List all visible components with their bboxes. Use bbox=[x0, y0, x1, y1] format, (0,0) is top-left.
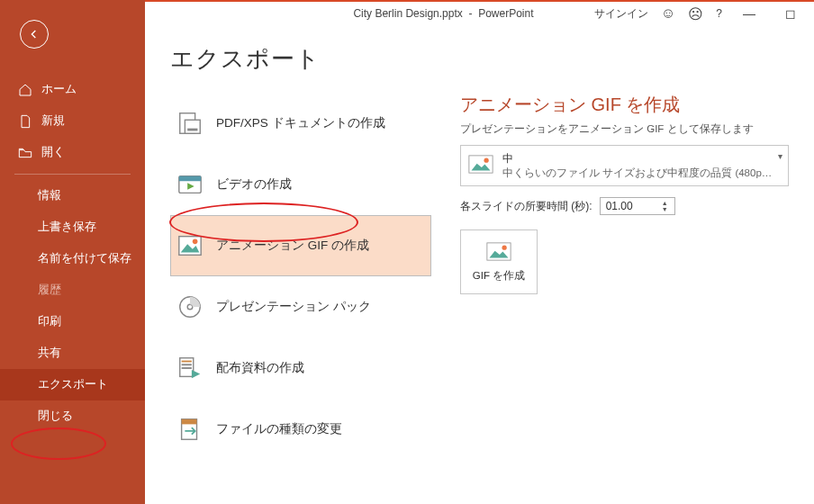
image-icon bbox=[176, 232, 204, 259]
sidebar-item-export[interactable]: エクスポート bbox=[0, 369, 145, 400]
svg-rect-1 bbox=[185, 120, 200, 133]
back-button[interactable] bbox=[20, 20, 49, 49]
sidebar-item-save[interactable]: 上書き保存 bbox=[0, 212, 145, 243]
filename: City Berlin Design.pptx bbox=[353, 7, 462, 20]
pdf-icon bbox=[176, 110, 204, 137]
option-pdf-xps[interactable]: PDF/XPS ドキュメントの作成 bbox=[170, 93, 431, 154]
sidebar-label: 共有 bbox=[38, 346, 61, 361]
folder-open-icon bbox=[18, 146, 32, 160]
sidebar-label: 履歴 bbox=[38, 283, 61, 298]
change-filetype-icon bbox=[176, 416, 204, 443]
sidebar-label: エクスポート bbox=[38, 377, 108, 392]
sidebar-label: 閉じる bbox=[38, 409, 73, 424]
maximize-button[interactable]: ◻ bbox=[776, 6, 805, 21]
option-label: ファイルの種類の変更 bbox=[216, 421, 342, 437]
svg-rect-4 bbox=[179, 176, 201, 182]
help-button[interactable]: ? bbox=[716, 7, 722, 20]
handout-icon bbox=[176, 355, 204, 382]
svg-marker-5 bbox=[187, 183, 194, 190]
sidebar-item-share[interactable]: 共有 bbox=[0, 338, 145, 369]
option-gif[interactable]: アニメーション GIF の作成 bbox=[170, 215, 431, 276]
duration-value: 01.00 bbox=[606, 200, 633, 212]
minimize-button[interactable]: — bbox=[735, 6, 764, 21]
sidebar-item-close[interactable]: 閉じる bbox=[0, 400, 145, 432]
spinner-arrows-icon[interactable]: ▲▼ bbox=[662, 198, 673, 214]
document-icon bbox=[18, 114, 32, 129]
main-panel: エクスポート PDF/XPS ドキュメントの作成 ビデオの作成 アニメーション … bbox=[145, 25, 814, 504]
smile-icon[interactable]: ☺ bbox=[661, 5, 675, 22]
option-label: PDF/XPS ドキュメントの作成 bbox=[216, 115, 385, 131]
home-icon bbox=[18, 83, 32, 97]
svg-rect-2 bbox=[187, 129, 197, 131]
option-label: アニメーション GIF の作成 bbox=[216, 238, 369, 254]
title-bar: City Berlin Design.pptx - PowerPoint サイン… bbox=[145, 2, 814, 25]
sidebar-label: 上書き保存 bbox=[38, 220, 96, 235]
option-handout[interactable]: 配布資料の作成 bbox=[170, 338, 431, 399]
detail-title: アニメーション GIF を作成 bbox=[460, 93, 789, 117]
frown-icon[interactable]: ☹ bbox=[688, 5, 703, 22]
page-title: エクスポート bbox=[170, 43, 789, 75]
svg-point-19 bbox=[484, 158, 489, 163]
svg-rect-13 bbox=[182, 364, 192, 365]
app-name: PowerPoint bbox=[478, 7, 533, 20]
sidebar-label: 情報 bbox=[38, 188, 61, 203]
option-video[interactable]: ビデオの作成 bbox=[170, 154, 431, 215]
sidebar-label: 印刷 bbox=[38, 314, 61, 329]
sidebar-item-saveas[interactable]: 名前を付けて保存 bbox=[0, 243, 145, 274]
sidebar-label: 開く bbox=[41, 145, 65, 160]
svg-rect-16 bbox=[182, 419, 197, 425]
create-gif-button[interactable]: GIF を作成 bbox=[460, 230, 538, 294]
export-detail-panel: アニメーション GIF を作成 プレゼンテーションをアニメーション GIF とし… bbox=[460, 93, 789, 460]
quality-dropdown[interactable]: 中 中くらいのファイル サイズおよび中程度の品質 (480p、15f… ▾ bbox=[460, 145, 789, 186]
sidebar-item-open[interactable]: 開く bbox=[0, 137, 145, 168]
sidebar-item-new[interactable]: 新規 bbox=[0, 105, 145, 137]
sidebar-label: ホーム bbox=[41, 82, 77, 97]
svg-point-8 bbox=[193, 239, 198, 245]
option-label: 配布資料の作成 bbox=[216, 360, 304, 376]
image-icon bbox=[486, 242, 511, 264]
sidebar-item-home[interactable]: ホーム bbox=[0, 74, 145, 105]
svg-rect-12 bbox=[182, 361, 192, 363]
window-title: City Berlin Design.pptx - PowerPoint bbox=[353, 7, 533, 20]
sidebar-label: 新規 bbox=[41, 113, 65, 129]
video-icon bbox=[176, 171, 204, 198]
detail-desc: プレゼンテーションをアニメーション GIF として保存します bbox=[460, 122, 789, 136]
button-label: GIF を作成 bbox=[473, 269, 525, 283]
option-filetype[interactable]: ファイルの種類の変更 bbox=[170, 399, 431, 460]
sidebar-item-print[interactable]: 印刷 bbox=[0, 306, 145, 338]
svg-point-22 bbox=[502, 245, 507, 249]
sidebar-label: 名前を付けて保存 bbox=[38, 251, 131, 266]
chevron-down-icon: ▾ bbox=[778, 151, 782, 161]
slide-thumb-icon bbox=[468, 155, 493, 176]
signin-link[interactable]: サインイン bbox=[594, 6, 648, 22]
quality-sub: 中くらいのファイル サイズおよび中程度の品質 (480p、15f… bbox=[502, 166, 773, 180]
svg-point-10 bbox=[187, 304, 193, 310]
quality-label: 中 bbox=[502, 151, 773, 166]
sidebar-item-info[interactable]: 情報 bbox=[0, 180, 145, 212]
sidebar-item-history: 履歴 bbox=[0, 274, 145, 306]
option-label: ビデオの作成 bbox=[216, 176, 292, 193]
export-options-list: PDF/XPS ドキュメントの作成 ビデオの作成 アニメーション GIF の作成… bbox=[170, 93, 431, 460]
option-package[interactable]: プレゼンテーション パック bbox=[170, 276, 431, 338]
arrow-left-icon bbox=[27, 27, 41, 41]
duration-label: 各スライドの所要時間 (秒): bbox=[460, 199, 592, 214]
option-label: プレゼンテーション パック bbox=[216, 299, 371, 315]
backstage-sidebar: ホーム 新規 開く 情報 上書き保存 名前を付けて保存 履歴 印刷 共有 エクス… bbox=[0, 0, 145, 504]
duration-spinner[interactable]: 01.00 ▲▼ bbox=[600, 197, 675, 215]
svg-rect-14 bbox=[182, 367, 192, 369]
disc-icon bbox=[176, 293, 204, 320]
